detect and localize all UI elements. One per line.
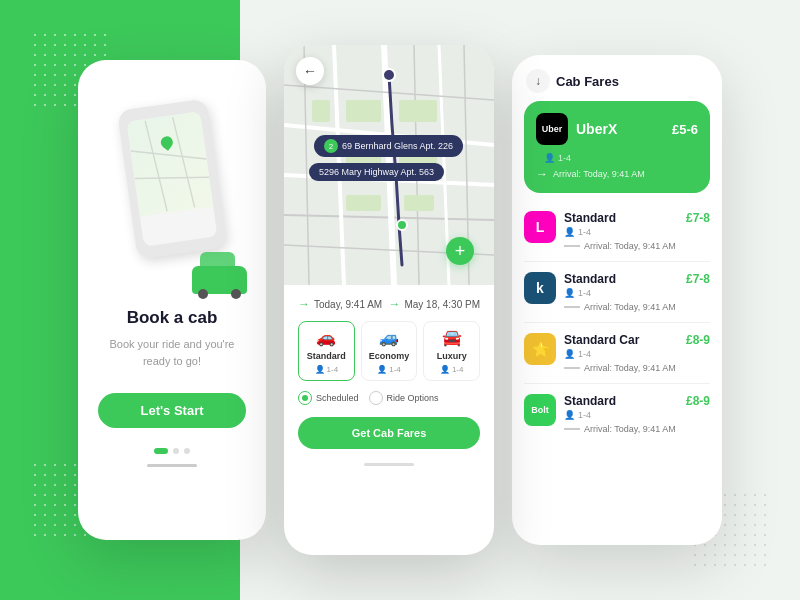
luxury-car-icon: 🚘	[442, 328, 462, 347]
scheduled-arrow-icon: →	[388, 297, 400, 311]
fare-item-gett[interactable]: ⭐ Standard Car £8-9 👤 1-4 Arrival: Today…	[524, 323, 710, 384]
ride-type-standard[interactable]: 🚗 Standard 👤 1-4	[298, 321, 355, 381]
kabbee-capacity: 👤 1-4	[564, 288, 710, 298]
time-arrow-icon: →	[298, 297, 310, 311]
page-dots	[154, 448, 190, 454]
addr-num-1: 2	[324, 139, 338, 153]
bolt-arrival-text: Arrival: Today, 9:41 AM	[584, 424, 676, 434]
scheduled-label: Scheduled	[316, 393, 359, 403]
time-current: → Today, 9:41 AM	[298, 297, 382, 311]
gett-arrival: Arrival: Today, 9:41 AM	[564, 363, 710, 373]
phone-map-lines	[127, 111, 214, 216]
ride-options-label: Ride Options	[387, 393, 439, 403]
ride-type-luxury[interactable]: 🚘 Luxury 👤 1-4	[423, 321, 480, 381]
lyft-top: Standard £7-8	[564, 211, 710, 225]
gett-service-name: Standard Car	[564, 333, 639, 347]
kabbee-arrival: Arrival: Today, 9:41 AM	[564, 302, 710, 312]
kabbee-arrival-text: Arrival: Today, 9:41 AM	[584, 302, 676, 312]
addr-text-2: 5296 Mary Highway Apt. 563	[319, 167, 434, 177]
lyft-capacity: 👤 1-4	[564, 227, 710, 237]
map-area: ← 2 69 Bernhard Glens Apt. 226 5296 Mary…	[284, 45, 494, 285]
luxury-type-name: Luxury	[437, 351, 467, 361]
scheduled-option[interactable]: Scheduled	[298, 391, 359, 405]
back-button[interactable]: ←	[296, 57, 324, 85]
standard-car-icon: 🚗	[316, 328, 336, 347]
featured-person-icon: 👤	[544, 153, 555, 163]
featured-fare-name: UberX	[576, 121, 672, 137]
featured-fare-arrival: → Arrival: Today, 9:41 AM	[536, 167, 698, 181]
lyft-price: £7-8	[686, 211, 710, 225]
kabbee-price: £7-8	[686, 272, 710, 286]
lyft-info: Standard £7-8 👤 1-4 Arrival: Today, 9:41…	[564, 211, 710, 251]
add-stop-button[interactable]: +	[446, 237, 474, 265]
book-cab-subtitle: Book your ride and you're ready to go!	[98, 336, 246, 369]
gett-dash-icon	[564, 367, 580, 369]
bolt-logo: Bolt	[524, 394, 556, 426]
cab-illustration	[192, 266, 247, 294]
featured-arrival-text: Arrival: Today, 9:41 AM	[553, 169, 645, 179]
standard-capacity: 👤 1-4	[315, 365, 339, 374]
kabbee-logo: k	[524, 272, 556, 304]
gett-logo: ⭐	[524, 333, 556, 365]
options-row: Scheduled Ride Options	[298, 391, 480, 405]
bolt-service-name: Standard	[564, 394, 616, 408]
cab-roof	[200, 252, 235, 270]
featured-fare-price: £5-6	[672, 122, 698, 137]
svg-rect-18	[346, 100, 381, 122]
person-icon-eco: 👤	[377, 365, 387, 374]
phone-screen-inner	[127, 111, 218, 246]
svg-rect-20	[312, 100, 330, 122]
uber-logo: Uber	[536, 113, 568, 145]
lyft-service-name: Standard	[564, 211, 616, 225]
bolt-capacity: 👤 1-4	[564, 410, 710, 420]
uber-logo-text: Uber	[542, 124, 563, 134]
address-label-1: 2 69 Bernhard Glens Apt. 226	[314, 135, 463, 157]
person-icon-lux: 👤	[440, 365, 450, 374]
lyft-person-icon: 👤	[564, 227, 575, 237]
lyft-dash-icon	[564, 245, 580, 247]
fare-item-lyft[interactable]: L Standard £7-8 👤 1-4 Arrival: Today, 9:…	[524, 201, 710, 262]
bolt-arrival: Arrival: Today, 9:41 AM	[564, 424, 710, 434]
fare-item-kabbee[interactable]: k Standard £7-8 👤 1-4 Arrival: Today, 9:…	[524, 262, 710, 323]
svg-line-1	[145, 120, 167, 213]
svg-point-16	[383, 69, 395, 81]
gett-price: £8-9	[686, 333, 710, 347]
kabbee-info: Standard £7-8 👤 1-4 Arrival: Today, 9:41…	[564, 272, 710, 312]
scheduled-time-label: May 18, 4:30 PM	[404, 299, 480, 310]
cab-body	[192, 266, 247, 294]
ride-options-option[interactable]: Ride Options	[369, 391, 439, 405]
phone-body	[117, 98, 227, 259]
gett-top: Standard Car £8-9	[564, 333, 710, 347]
svg-rect-19	[399, 100, 437, 122]
gett-capacity: 👤 1-4	[564, 349, 710, 359]
lyft-logo: L	[524, 211, 556, 243]
featured-capacity-text: 1-4	[558, 153, 571, 163]
kabbee-top: Standard £7-8	[564, 272, 710, 286]
ride-type-economy[interactable]: 🚙 Economy 👤 1-4	[361, 321, 418, 381]
kabbee-service-name: Standard	[564, 272, 616, 286]
screen2-home-indicator	[364, 463, 414, 466]
get-cab-fares-button[interactable]: Get Cab Fares	[298, 417, 480, 449]
economy-type-name: Economy	[369, 351, 410, 361]
featured-arrival-icon: →	[536, 167, 548, 181]
phone-illustration	[107, 104, 237, 284]
down-arrow-icon[interactable]: ↓	[526, 69, 550, 93]
svg-line-3	[173, 116, 195, 209]
featured-fare-top: Uber UberX £5-6	[536, 113, 698, 145]
bolt-info: Standard £8-9 👤 1-4 Arrival: Today, 9:41…	[564, 394, 710, 434]
standard-type-name: Standard	[307, 351, 346, 361]
gett-person-icon: 👤	[564, 349, 575, 359]
bolt-dash-icon	[564, 428, 580, 430]
bolt-top: Standard £8-9	[564, 394, 710, 408]
ride-options-radio	[369, 391, 383, 405]
person-icon-std: 👤	[315, 365, 325, 374]
lets-start-button[interactable]: Let's Start	[98, 393, 246, 428]
dot-2	[173, 448, 179, 454]
economy-capacity: 👤 1-4	[377, 365, 401, 374]
featured-fare-card[interactable]: Uber UberX £5-6 👤 1-4 → Arrival: Today, …	[524, 101, 710, 193]
fare-item-bolt[interactable]: Bolt Standard £8-9 👤 1-4 Arrival: Today,…	[524, 384, 710, 444]
kabbee-person-icon: 👤	[564, 288, 575, 298]
screen-map: ← 2 69 Bernhard Glens Apt. 226 5296 Mary…	[284, 45, 494, 555]
time-row: → Today, 9:41 AM → May 18, 4:30 PM	[298, 297, 480, 311]
bolt-person-icon: 👤	[564, 410, 575, 420]
